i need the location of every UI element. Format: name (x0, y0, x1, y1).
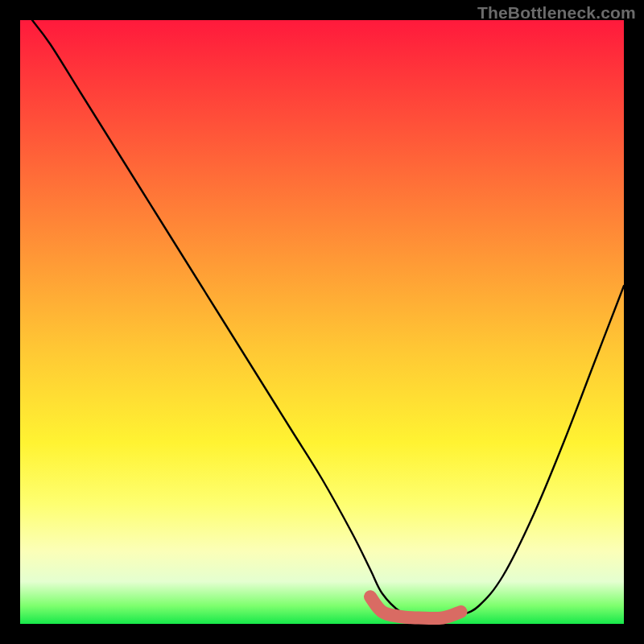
plot-area (20, 20, 624, 624)
curve-layer (20, 20, 624, 624)
watermark-text: TheBottleneck.com (477, 3, 636, 23)
bottleneck-curve (32, 20, 624, 618)
optimal-range-highlight (370, 597, 461, 618)
chart-container: TheBottleneck.com (0, 0, 644, 644)
